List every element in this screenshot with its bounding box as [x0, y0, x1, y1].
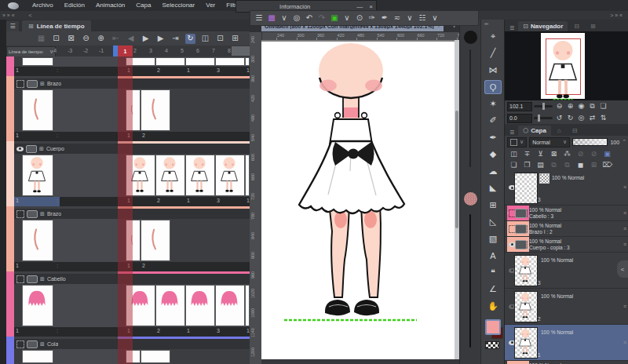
timeline-zoom-in-icon[interactable]: ⊕: [96, 34, 106, 44]
lasso-tool-icon[interactable]: Ϙ: [484, 80, 502, 94]
frame-number[interactable]: 4: [159, 48, 174, 53]
brush-size-slider[interactable]: [469, 49, 471, 167]
track-expand-icon[interactable]: ⊞: [40, 81, 45, 87]
lock-transparency-icon[interactable]: ⁂: [562, 149, 572, 158]
line-tool-icon[interactable]: ╱: [484, 46, 502, 60]
tab-capa[interactable]: ⬡ Capa: [518, 126, 551, 136]
tab-animation-cels[interactable]: ⊟: [568, 126, 582, 136]
track-header[interactable]: ⊞Cabello: [14, 274, 250, 284]
delete-layer-icon[interactable]: ⌦: [602, 160, 612, 169]
frame-number[interactable]: 6: [190, 48, 206, 53]
nav-flip-horizontal-icon[interactable]: ⇄: [587, 114, 597, 123]
lock-layer-icon[interactable]: ⊠: [549, 149, 559, 158]
layer-folder-row[interactable]: ›100 % NormalBrazo D : 2≡: [505, 361, 628, 364]
layer-row[interactable]: 100 % Normal3≡: [505, 170, 628, 206]
register-cel-settings-icon[interactable]: ⊠: [66, 34, 76, 44]
track-expand-icon[interactable]: ⊞: [39, 146, 44, 152]
layer-row[interactable]: 100 % Normal2≡: [505, 289, 628, 325]
track-footer-grip[interactable]: :: [57, 198, 58, 203]
layer-grip-icon[interactable]: ≡: [623, 226, 626, 231]
track-header[interactable]: ⊞Brazo: [14, 78, 250, 89]
onion-skin-icon[interactable]: ◫: [200, 34, 210, 44]
deselect-icon[interactable]: ◎: [291, 13, 302, 24]
loop-playback-icon[interactable]: ↻: [185, 34, 195, 44]
gradient-tool-icon[interactable]: ▧: [484, 231, 502, 246]
folder-expand-icon[interactable]: ›: [507, 210, 509, 216]
pen-settings-icon[interactable]: ✒: [379, 13, 390, 24]
register-cel-icon[interactable]: ⊡: [51, 34, 61, 44]
track-footer-grip[interactable]: :: [57, 328, 58, 333]
panel-menu-icon[interactable]: ☰: [507, 129, 517, 136]
track-expand-icon[interactable]: ⊞: [40, 276, 45, 282]
create-mask-icon[interactable]: ◼: [575, 160, 586, 169]
layer-thumbnail[interactable]: [514, 255, 538, 286]
blend-tool-icon[interactable]: ☁: [484, 164, 502, 178]
animation-cel[interactable]: [245, 57, 250, 66]
rotation-value-input[interactable]: [507, 114, 532, 123]
frame-number[interactable]: -3: [62, 48, 78, 53]
layer-folder-row[interactable]: ›100 % NormalBrazo I : 2≡: [505, 221, 628, 237]
track-footer-grip[interactable]: :: [57, 67, 58, 73]
undo-icon[interactable]: ↶: [304, 13, 315, 24]
track-eye-icon[interactable]: [16, 147, 24, 151]
first-frame-icon[interactable]: ⇤: [111, 34, 121, 44]
transparent-color-swatch[interactable]: [485, 341, 499, 349]
timeline-ruler-scroll-block[interactable]: [232, 46, 250, 56]
nav-reset-rotation-icon[interactable]: ◎: [576, 114, 586, 123]
merge-to-lower-icon[interactable]: ⧉: [562, 160, 572, 169]
layer-grip-icon[interactable]: ≡: [623, 210, 626, 216]
track-cells-row[interactable]: [14, 56, 250, 67]
track-header[interactable]: ⊞Brazo: [14, 209, 250, 219]
layer-folder-row[interactable]: ›100 % NormalCabello : 3≡: [505, 206, 628, 221]
history-back-icon[interactable]: <: [27, 13, 35, 18]
menu-ver[interactable]: Ver: [200, 0, 221, 11]
animation-cel[interactable]: [126, 220, 141, 261]
animation-cel[interactable]: [126, 350, 141, 363]
animation-cel[interactable]: [185, 57, 215, 66]
animation-cel[interactable]: [126, 57, 155, 66]
zoom-value-input[interactable]: [507, 102, 532, 111]
opacity-slider[interactable]: [572, 138, 608, 146]
close-icon[interactable]: ×: [366, 3, 376, 10]
animation-cel[interactable]: [215, 285, 245, 326]
animation-cel[interactable]: [215, 155, 245, 196]
frame-number[interactable]: 5: [174, 48, 190, 53]
blend-mode-select[interactable]: Normal∨: [529, 137, 570, 147]
balloon-tool-icon[interactable]: ❝: [484, 265, 502, 279]
opacity-stepper-icon[interactable]: ⌃: [622, 139, 626, 145]
foreground-color-swatch[interactable]: [485, 319, 501, 335]
animation-cel[interactable]: [155, 57, 185, 66]
folder-expand-icon[interactable]: ›: [507, 226, 509, 231]
timeline-playhead-flag[interactable]: 1: [118, 46, 133, 56]
panel-menu-icon[interactable]: ☰: [507, 25, 517, 31]
frame-number[interactable]: -1: [93, 48, 109, 53]
frame-border-tool-icon[interactable]: ⊞: [484, 198, 502, 212]
track-cells-row[interactable]: [14, 349, 250, 364]
tab-layer-property[interactable]: ⌂: [553, 126, 566, 136]
clip-to-layer-icon[interactable]: ◫: [509, 149, 519, 158]
layer-grip-icon[interactable]: ≡: [623, 184, 626, 190]
selection-launcher-chevron-icon[interactable]: ∨: [279, 13, 290, 24]
track-cells-row[interactable]: [14, 89, 250, 132]
dock-collapse-handle[interactable]: <: [617, 260, 628, 278]
nav-fullscreen-icon[interactable]: ❏: [598, 102, 608, 111]
frame-number[interactable]: -2: [78, 48, 93, 53]
panel-menu-icon[interactable]: ☰: [254, 13, 265, 24]
pen-command-icon[interactable]: ✑: [367, 13, 378, 24]
track-footer-grip[interactable]: :: [57, 263, 58, 268]
animation-cel[interactable]: [245, 155, 250, 196]
track-expand-icon[interactable]: ⊞: [40, 341, 45, 348]
animation-cel[interactable]: [155, 155, 185, 196]
text-tool-icon[interactable]: A: [484, 249, 502, 263]
nav-zoom-100-icon[interactable]: ◉: [576, 102, 586, 111]
transfer-to-lower-icon[interactable]: ⧉: [549, 160, 559, 169]
menu-capa[interactable]: Capa: [130, 0, 156, 11]
nav-fit-screen-icon[interactable]: ⧉: [587, 102, 597, 111]
menu-animación[interactable]: Animación: [90, 0, 130, 11]
animation-cel[interactable]: [185, 155, 215, 196]
draft-layer-icon[interactable]: ⊻: [535, 149, 546, 158]
folder-expand-icon[interactable]: ⌄: [507, 242, 512, 248]
fill-tool-icon[interactable]: ◣: [484, 181, 502, 195]
canvas-pasteboard[interactable]: [261, 40, 459, 359]
overflow-chevron-icon[interactable]: ∨: [429, 13, 440, 24]
